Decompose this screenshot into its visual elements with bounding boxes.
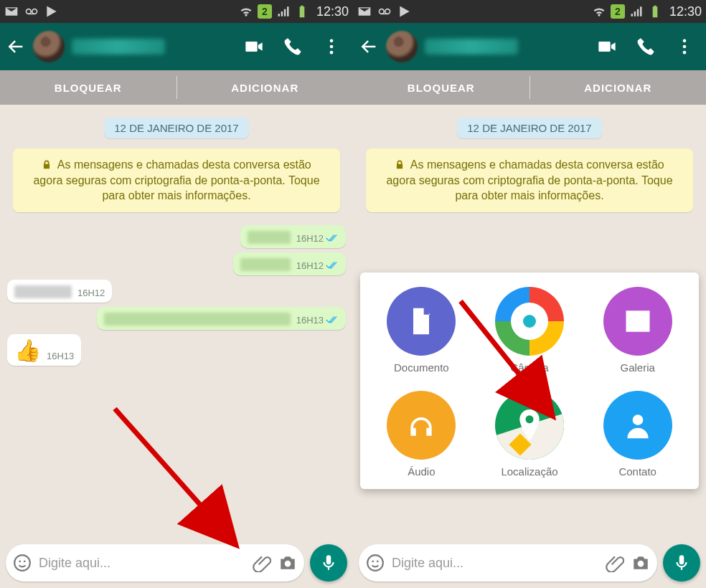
mic-icon <box>672 554 691 572</box>
more-button[interactable] <box>316 37 347 57</box>
mic-button[interactable] <box>663 544 700 582</box>
chat-area[interactable]: 12 DE JANEIRO DE 2017 As mensagens e cha… <box>0 105 353 539</box>
attach-icon[interactable] <box>253 554 271 572</box>
block-button[interactable]: BLOQUEAR <box>353 70 530 105</box>
emoji-icon[interactable] <box>366 554 385 572</box>
svg-point-6 <box>14 555 30 571</box>
thumbs-up-icon: 👍 <box>14 340 41 361</box>
svg-point-1 <box>32 9 37 14</box>
mic-button[interactable] <box>310 544 347 582</box>
video-call-button[interactable] <box>238 37 270 57</box>
status-bar: 2 12:30 <box>0 0 353 23</box>
chat-area[interactable]: 12 DE JANEIRO DE 2017 As mensagens e cha… <box>353 105 706 539</box>
svg-point-14 <box>683 51 687 54</box>
encryption-text: As mensagens e chamadas desta conversa e… <box>33 158 319 201</box>
chat-title[interactable] <box>425 39 584 54</box>
location-pin-icon <box>514 409 545 441</box>
phone-left: 2 12:30 BLOQUEAR ADICIONAR 12 DE JANEIRO… <box>0 0 353 588</box>
back-icon[interactable] <box>359 37 379 57</box>
msg-time: 16H12 <box>296 260 324 271</box>
attach-location[interactable]: Localização <box>476 391 584 478</box>
camera-icon[interactable] <box>631 554 650 572</box>
svg-point-12 <box>683 39 687 43</box>
attach-label: Câmera <box>510 361 548 374</box>
input-pill <box>359 544 657 582</box>
avatar[interactable] <box>33 31 65 62</box>
read-ticks-icon <box>326 260 339 270</box>
date-chip: 12 DE JANEIRO DE 2017 <box>104 118 248 138</box>
lock-icon <box>42 160 52 170</box>
video-call-button[interactable] <box>591 37 623 57</box>
attach-audio[interactable]: Áudio <box>367 391 476 478</box>
svg-point-15 <box>632 414 643 425</box>
svg-point-18 <box>377 560 379 562</box>
emoji-icon[interactable] <box>13 554 32 572</box>
input-pill <box>6 544 304 582</box>
clock: 12:30 <box>669 4 702 19</box>
msg-time: 16H12 <box>296 233 324 244</box>
app-bar <box>353 23 706 70</box>
wifi-icon <box>592 4 606 19</box>
attach-label: Áudio <box>408 465 435 478</box>
attach-label: Galeria <box>620 361 654 374</box>
block-button[interactable]: BLOQUEAR <box>0 70 176 105</box>
attach-camera[interactable]: Câmera <box>476 287 584 374</box>
voicemail-icon <box>377 4 392 19</box>
message-input[interactable] <box>392 556 598 571</box>
back-icon[interactable] <box>6 37 26 57</box>
message-out[interactable]: 16H12 <box>233 252 346 275</box>
encryption-notice[interactable]: As mensagens e chamadas desta conversa e… <box>366 148 693 212</box>
camera-icon[interactable] <box>278 554 297 572</box>
attach-document[interactable]: Documento <box>367 287 476 374</box>
wifi-icon <box>239 4 253 19</box>
message-input[interactable] <box>39 556 245 571</box>
sim-badge: 2 <box>611 4 625 19</box>
voice-call-button[interactable] <box>630 37 662 57</box>
attach-icon[interactable] <box>606 554 624 572</box>
voice-call-button[interactable] <box>277 37 309 57</box>
voicemail-icon <box>24 4 39 19</box>
attach-contact[interactable]: Contato <box>583 391 692 478</box>
add-button[interactable]: ADICIONAR <box>177 70 354 105</box>
read-ticks-icon <box>326 233 339 243</box>
message-out[interactable]: 16H13 <box>97 307 346 330</box>
play-icon <box>397 4 412 19</box>
svg-point-4 <box>330 45 334 49</box>
message-out[interactable]: 16H12 <box>240 225 346 248</box>
read-ticks-icon <box>326 315 339 325</box>
svg-point-5 <box>330 51 334 54</box>
signal-icon <box>629 4 644 19</box>
mail-icon <box>4 4 19 19</box>
svg-point-0 <box>27 9 32 14</box>
attach-label: Localização <box>501 465 557 478</box>
battery-icon <box>648 4 662 19</box>
more-button[interactable] <box>669 37 700 57</box>
person-icon <box>622 409 654 441</box>
input-bar <box>0 539 353 588</box>
lock-icon <box>395 160 405 170</box>
chat-title[interactable] <box>72 39 231 54</box>
encryption-notice[interactable]: As mensagens e chamadas desta conversa e… <box>13 148 340 212</box>
action-strip: BLOQUEAR ADICIONAR <box>353 70 706 105</box>
phone-right: 2 12:30 BLOQUEAR ADICIONAR 12 DE JANEIRO… <box>353 0 706 588</box>
image-icon <box>622 305 654 337</box>
clock: 12:30 <box>316 4 349 19</box>
headphones-icon <box>405 409 437 441</box>
message-in[interactable]: 16H12 <box>7 280 112 303</box>
battery-icon <box>295 4 309 19</box>
avatar[interactable] <box>386 31 418 62</box>
add-button[interactable]: ADICIONAR <box>530 70 707 105</box>
attach-gallery[interactable]: Galeria <box>583 287 692 374</box>
play-icon <box>44 4 59 19</box>
svg-point-13 <box>683 45 687 49</box>
action-strip: BLOQUEAR ADICIONAR <box>0 70 353 105</box>
input-bar <box>353 539 706 588</box>
svg-point-3 <box>330 39 334 43</box>
svg-point-16 <box>367 555 383 571</box>
signal-icon <box>276 4 291 19</box>
svg-point-17 <box>372 560 374 562</box>
mail-icon <box>357 4 372 19</box>
svg-point-10 <box>385 9 390 14</box>
message-in[interactable]: 👍 16H13 <box>7 334 81 366</box>
app-bar <box>0 23 353 70</box>
